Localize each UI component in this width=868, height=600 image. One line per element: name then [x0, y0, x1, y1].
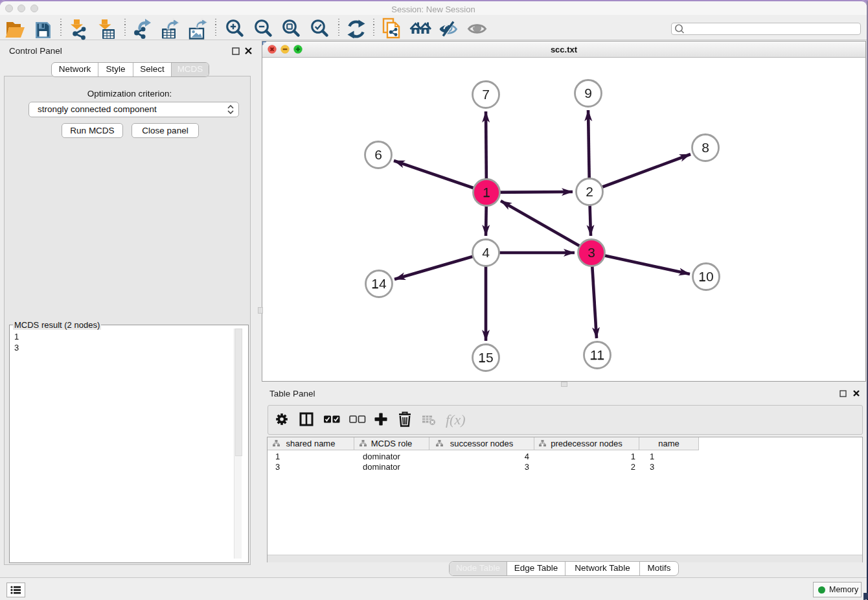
svg-text:11: 11 — [590, 347, 604, 362]
svg-text:8: 8 — [702, 140, 709, 155]
svg-text:10: 10 — [698, 269, 713, 284]
svg-text:2: 2 — [586, 184, 593, 199]
svg-text:15: 15 — [478, 350, 493, 365]
svg-text:6: 6 — [374, 147, 382, 162]
svg-text:14: 14 — [371, 276, 387, 291]
svg-text:7: 7 — [482, 87, 490, 102]
svg-text:f(x): f(x) — [446, 411, 466, 428]
svg-text:4: 4 — [482, 245, 490, 260]
svg-text:9: 9 — [584, 86, 592, 100]
svg-text:3: 3 — [588, 245, 595, 260]
svg-text:1: 1 — [483, 185, 490, 200]
